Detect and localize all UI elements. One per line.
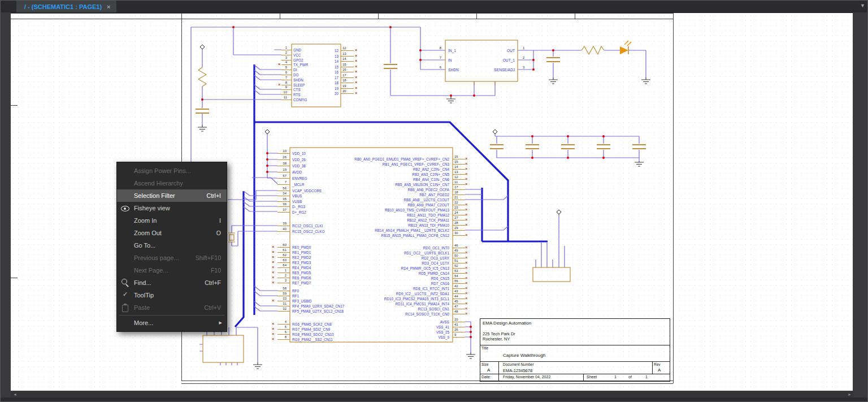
u1-pin-row: OUT1 <box>470 48 543 53</box>
menu-item-label: Zoom In <box>134 217 219 224</box>
menu-item-label: Selection Filter <box>134 192 207 199</box>
ic1-pin-row: VSS_99× <box>283 335 471 340</box>
drawing-title: Capture Walkthrough <box>503 353 545 358</box>
ic1-pin-row: RB1_AN1_PGEC1_VREF-_CVREF-_CN315× <box>283 162 471 167</box>
menu-item-icon <box>117 264 134 276</box>
ic1-pin-row: RD4_PMWR_OC5_IC5_CN1352× <box>283 266 471 271</box>
menu-item-icon <box>117 252 134 264</box>
menu-item[interactable]: Previous page... Shift+F10 ▶ <box>117 252 227 264</box>
sheet-label: Sheet <box>587 375 597 379</box>
ic1-pin-row: RC13_SOSCI_CN147× <box>283 306 471 312</box>
capture-app-window: / - (SCHEMATIC1 : PAGE1) × ▼ <box>0 0 868 402</box>
menu-item-label: More... <box>134 319 214 326</box>
menu-item-icon <box>117 317 134 329</box>
menu-item-icon <box>117 227 134 239</box>
menu-item-label: Go To... <box>134 242 221 249</box>
sheet-of-label: of <box>628 375 632 379</box>
ic1-pin-row: RB9_AN9_PMA7_C2OUT22× <box>283 202 471 208</box>
sheet-total: 1 <box>645 375 648 379</box>
menu-item-icon <box>117 189 134 202</box>
menu-item-icon <box>117 301 134 314</box>
u1-pin-row: SENSE/ADJ3 <box>470 67 543 72</box>
menu-item-label: Previous page... <box>134 254 196 261</box>
ic1-pin-row: RB4_AN4_C1IN-_CN612× <box>283 177 471 182</box>
company-address1: 225 Tech Park Dr <box>483 331 515 336</box>
menu-item[interactable]: Ascend Hierarchy ▶ <box>117 177 227 189</box>
title-label: Title <box>481 346 488 350</box>
menu-item[interactable]: Zoom Out O ▶ <box>117 227 227 239</box>
scroll-left-icon[interactable]: ◄ <box>13 391 17 397</box>
docnum-value: EMA-12345678 <box>503 368 532 373</box>
menu-item[interactable]: Find... Ctrl+F ▶ <box>117 276 227 289</box>
ic1-pin-row: RD9_IC2__U1CTS__INT2_SDA143× <box>283 291 471 296</box>
menu-item[interactable]: Fisheye view ▶ <box>117 202 227 214</box>
ic1-pin-row: RD3_OC4_U1TX51× <box>283 261 471 266</box>
company-name: EMA Design Automation <box>483 321 531 326</box>
ic1-pin-row: RC14_SOSCO_T1CK_CN048× <box>283 312 471 317</box>
menu-item[interactable]: Selection Filter Ctrl+I ▶ <box>117 189 227 202</box>
menu-item[interactable]: Zoom In I ▶ <box>117 214 227 227</box>
rev-label: Rev <box>654 362 661 366</box>
ic1-pin-row: RB7_AN7_PGED218× <box>283 192 471 197</box>
ic1-pin-row: RB11_AN11_TDO_PMA1224× <box>283 213 471 218</box>
menu-item-shortcut: Ctrl+F <box>205 279 227 286</box>
menu-item-icon <box>117 214 134 227</box>
date-value: Friday, November 04, 2022 <box>503 375 550 379</box>
ic1-pin-row: RB15_AN15_PMALL_PMA0_OCFB_CN1230× <box>283 233 471 238</box>
ic1-pin-row: AVSS20× <box>283 319 471 325</box>
sheet-value: 1 <box>614 375 617 379</box>
u1-pin-row: OUT_12 <box>470 58 543 63</box>
jp1-pin-row: 2020× <box>317 91 368 96</box>
ic1-pin-row: RB5_AN5_VBUSON_C1IN+_CN711× <box>283 182 471 187</box>
menu-item[interactable]: Go To... ▶ <box>117 239 227 252</box>
ic1-pin-row: VSS_4141× <box>283 325 471 330</box>
submenu-arrow-icon: ▶ <box>219 321 227 325</box>
left-window-edge <box>1 12 11 402</box>
ic1-pin-row: VSS_2525× <box>283 330 471 335</box>
menu-item-label: Fisheye view <box>134 205 221 211</box>
ic1-pin-row: RD7_CN1655× <box>283 281 471 286</box>
rev-value: A <box>658 368 661 373</box>
menu-item[interactable]: More... ▶ <box>117 317 227 329</box>
menu-item-label: Zoom Out <box>134 230 216 236</box>
menu-item-shortcut: Ctrl+V <box>205 304 227 311</box>
menu-item-shortcut: Ctrl+I <box>207 192 227 199</box>
ic1-pin-row: RD1_OC2__U1RTS_BCLK149× <box>283 250 471 256</box>
menu-item-shortcut: Shift+F10 <box>196 254 227 261</box>
ic1-pin-row: RB12_AN12_TCK_PMA1127× <box>283 218 471 223</box>
jp1-pin-row: ×11CONFIG <box>258 97 348 102</box>
date-label: Date: <box>481 375 491 379</box>
ic1-pin-row: RD10_IC3_PMCS2_PMA15_INT3_SCL144× <box>283 296 471 301</box>
size-value: A <box>487 368 490 373</box>
ic1-pin-row: RD5_PMRD_CN1453× <box>283 271 471 276</box>
menu-item-icon <box>117 239 134 252</box>
menu-item[interactable]: Assign Power Pins... ▶ <box>117 165 227 177</box>
horizontal-scrollbar[interactable]: ◄ ► <box>11 391 854 397</box>
size-label: Size <box>481 362 489 366</box>
menu-item-label: Paste <box>134 304 205 311</box>
context-menu: Assign Power Pins... ▶ Ascend Hierarchy … <box>116 162 227 332</box>
menu-item-label: Assign Power Pins... <box>134 167 221 174</box>
ic1-pin-row: RB14_AN14_PMALH_PMA1__U2RTS_BCLK229× <box>283 228 471 233</box>
menu-item-icon <box>117 165 134 177</box>
menu-item-label: Next Page... <box>134 267 211 274</box>
ic1-pin-row: RD0_OC1_INT046× <box>283 245 471 250</box>
ic1-pin-row: RB2_AN2_C2IN-_CN414× <box>283 167 471 172</box>
menu-item-label: ToolTip <box>134 292 221 299</box>
menu-item[interactable]: Paste Ctrl+V ▶ <box>117 301 227 314</box>
menu-item[interactable]: Next Page... F10 ▶ <box>117 264 227 276</box>
docnum-label: Document Number <box>503 362 534 366</box>
title-block: EMA Design Automation 225 Tech Park Dr R… <box>480 318 670 382</box>
ic1-pin-row: RD8_IC1_RTCC_INT142× <box>283 286 471 291</box>
menu-item-icon <box>117 289 134 301</box>
menu-item-label: Find... <box>134 279 205 286</box>
menu-item-icon <box>117 177 134 189</box>
menu-item[interactable]: ToolTip ▶ <box>117 289 227 301</box>
scroll-right-icon[interactable]: ► <box>848 391 852 397</box>
company-address2: Rochester, NY <box>483 336 510 342</box>
ic1-pin-row: RB6_AN6_PGEC2_OCFA17× <box>283 187 471 192</box>
menu-item-shortcut: O <box>216 230 227 236</box>
bottom-window-edge <box>1 397 868 402</box>
menu-item-shortcut: I <box>219 217 227 224</box>
ic1-pin-row: RD11_IC4_PMCS1_PMA14_INT445× <box>283 301 471 306</box>
